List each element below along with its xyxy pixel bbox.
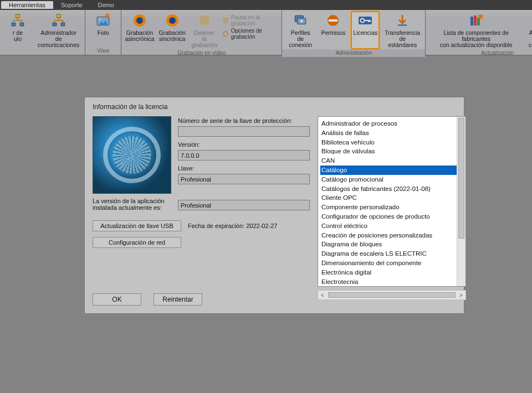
ribbon-footer-admin: Administración (282, 49, 425, 57)
licencias-label: Licencias (353, 30, 377, 36)
list-item[interactable]: Catálogo (320, 166, 462, 175)
scroll-thumb[interactable] (458, 118, 464, 239)
transfer-button[interactable]: Transferencia de estándares (383, 11, 422, 49)
sync-record-label: Grabación sincrónica (158, 30, 185, 42)
network-config-button[interactable]: Configuración de red (93, 237, 181, 248)
pause-record-option: Pausa en la grabación (222, 14, 279, 27)
profiles-button[interactable]: Perfiles de conexión (285, 11, 315, 49)
list-item[interactable]: CAN (321, 156, 462, 166)
hierarchy-icon (52, 12, 66, 29)
expiration-label: Fecha de expiración: 2022-02-27 (188, 223, 277, 229)
stop-record-label: Detener la grabación (192, 30, 217, 48)
stop-record-button: Detener la grabación (190, 11, 219, 49)
list-item[interactable]: Diagrama de escalera LS ELECTRIC (321, 249, 462, 258)
list-item[interactable]: Cliente OPC (321, 193, 462, 203)
record-options[interactable]: Opciones de grabación (222, 28, 279, 40)
svg-rect-1 (12, 23, 16, 25)
ribbon-footer-update: Actualización (426, 49, 532, 57)
ribbon-footer-video: Grabación en vídeo (121, 49, 282, 57)
svg-point-10 (136, 17, 143, 24)
installed-input[interactable] (178, 200, 310, 210)
svg-rect-24 (398, 24, 407, 26)
list-item[interactable]: Creación de posiciones personalizadas (321, 231, 462, 240)
svg-rect-3 (57, 14, 60, 17)
key-input[interactable] (178, 174, 310, 184)
async-record-button[interactable]: Grabación asincrónica (125, 11, 154, 49)
svg-rect-2 (20, 23, 24, 25)
scroll-left-icon[interactable]: < (318, 292, 327, 298)
module-admin-button[interactable]: r de ulo (3, 11, 32, 53)
svg-rect-0 (16, 14, 20, 17)
version-input[interactable] (178, 150, 310, 161)
svg-rect-21 (329, 19, 337, 22)
manufacturer-list-label: Lista de componentes de fabricantes con … (431, 30, 521, 48)
serial-input[interactable] (178, 126, 310, 137)
features-listbox[interactable]: Administrador de procesosAnálisis de fal… (318, 116, 466, 287)
permisos-label: Permisos (321, 30, 345, 36)
list-item[interactable]: Electrotecnia (321, 277, 462, 287)
gear-icon (222, 30, 229, 37)
list-item[interactable]: Control eléctrico (321, 221, 462, 231)
svg-rect-14 (223, 18, 225, 23)
photo-icon (96, 12, 110, 29)
version-label: Versión: (178, 141, 310, 148)
record-icon (165, 12, 180, 29)
svg-point-12 (169, 17, 176, 24)
list-item[interactable]: Análisis de fallas (321, 128, 462, 138)
list-item[interactable]: Catálogos de fabricantes (2022-01-08) (321, 184, 462, 194)
key-icon (357, 12, 373, 29)
features-list: Administrador de procesosAnálisis de fal… (318, 117, 466, 287)
svg-point-28 (478, 14, 483, 19)
vertical-scrollbar[interactable] (457, 117, 466, 286)
list-item[interactable]: Administrador de procesos (321, 119, 462, 128)
svg-rect-5 (61, 23, 65, 25)
module-admin-label: r de ulo (13, 30, 23, 42)
usb-update-button[interactable]: Actualización de llave USB (93, 220, 181, 231)
list-item[interactable]: Configurador de opciones de producto (321, 212, 462, 221)
ribbon-group-visor: Foto Visor (85, 10, 121, 55)
svg-rect-27 (477, 18, 480, 25)
menu-herramientas[interactable]: Herramientas (1, 1, 53, 9)
stop-icon (197, 12, 212, 29)
svg-point-19 (300, 19, 303, 22)
component-update-button[interactable]: Actualización de componentes (526, 11, 532, 49)
ok-button[interactable]: OK (93, 293, 141, 306)
list-item[interactable]: Dimensionamiento del componente (321, 258, 462, 268)
ribbon-group-module: r de ulo Administrador de comunicaciones (0, 10, 85, 55)
menu-demo[interactable]: Demo (90, 1, 122, 9)
hierarchy-icon (11, 12, 25, 29)
list-item[interactable]: Catálogo promocional (321, 175, 462, 184)
dialog-title: Información de la licencia (93, 103, 456, 111)
sync-record-button[interactable]: Grabación sincrónica (158, 11, 187, 49)
list-item[interactable]: Diagrama de bloques (321, 240, 462, 249)
license-dialog: Información de la licencia Número de ser… (84, 97, 464, 314)
menu-soporte[interactable]: Soporte (53, 1, 90, 9)
profiles-label: Perfiles de conexión (288, 30, 313, 48)
ribbon-group-admin: Perfiles de conexión Permisos Licencias … (282, 10, 426, 55)
foto-label: Foto (98, 30, 109, 36)
comm-admin-label: Administrador de comunicaciones (38, 30, 79, 48)
svg-rect-15 (226, 18, 228, 23)
list-item[interactable]: Bloque de válvulas (321, 147, 462, 156)
ribbon-footer-visor: Visor (85, 47, 121, 55)
hscroll-thumb[interactable] (328, 292, 456, 298)
foto-button[interactable]: Foto (89, 11, 117, 47)
licencias-button[interactable]: Licencias (351, 11, 380, 49)
scroll-right-icon[interactable]: > (457, 292, 466, 298)
list-item[interactable]: Componente personalizado (321, 203, 462, 212)
list-item[interactable]: Electrónica digital (321, 268, 462, 277)
svg-rect-13 (200, 16, 209, 25)
svg-point-7 (99, 18, 101, 20)
horizontal-scrollbar[interactable]: < > (318, 290, 466, 300)
component-update-label: Actualización de componentes (529, 30, 532, 48)
comm-admin-button[interactable]: Administrador de comunicaciones (35, 11, 81, 53)
pause-record-label: Pausa en la grabación (231, 14, 279, 27)
manufacturer-list-button[interactable]: Lista de componentes de fabricantes con … (429, 11, 523, 49)
permisos-button[interactable]: Permisos (319, 11, 347, 49)
ribbon-group-video: Grabación asincrónica Grabación sincróni… (121, 10, 282, 55)
record-icon (132, 12, 147, 29)
transfer-down-icon (395, 12, 410, 29)
retry-button[interactable]: Reintentar (154, 293, 202, 306)
list-item[interactable]: Biblioteca vehículo (321, 138, 462, 147)
profiles-icon (293, 12, 308, 29)
